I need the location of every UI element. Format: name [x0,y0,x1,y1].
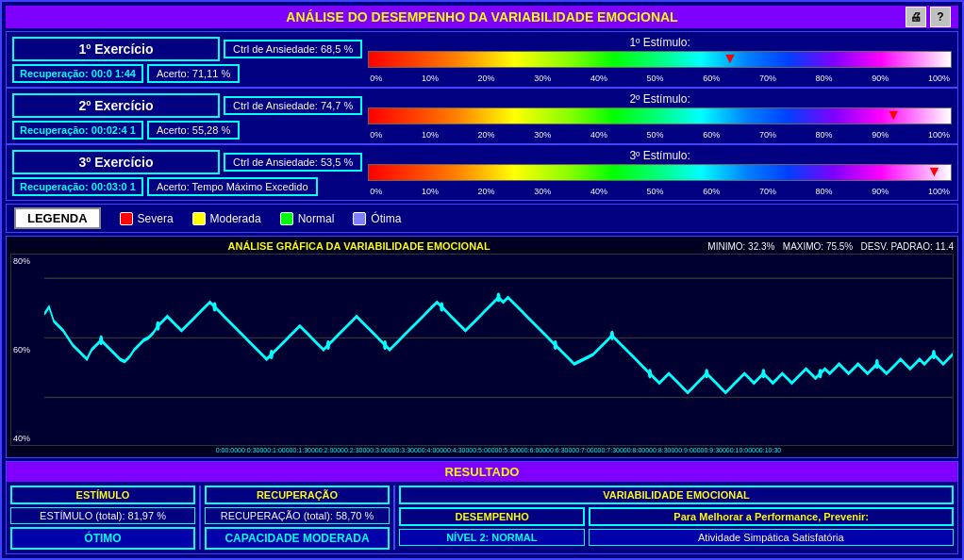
svg-point-3 [99,336,103,345]
svg-point-10 [496,292,500,302]
chart-x-labels: 0:00:0000:0:30000:1:00000:1:30000:2:0000… [10,447,954,453]
exercise-detail-row-2: Recuperação: 00:02:4 1 Acerto: 55,28 % [12,121,362,140]
color-bar-container-2: ▼ [368,107,952,128]
exercise-title-row-1: 1º Exercício Ctrl de Ansiedade: 68,5 % [12,37,362,61]
exercise-title-row-2: 2º Exercício Ctrl de Ansiedade: 74,7 % [12,93,362,118]
header: ANÁLISE DO DESEMPENHO DA VARIABILIDADE E… [6,6,958,28]
exercise-detail-row-1: Recuperação: 00:0 1:44 Acerto: 71,11 % [12,64,362,83]
recovery-box-2: Recuperação: 00:02:4 1 [12,121,143,140]
legend-dot-2 [280,212,293,225]
bar-labels-3: 0%10%20%30%40%50%60%70%80%90%100% [368,187,952,196]
marker-3: ▼ [927,164,942,179]
recovery-box-1: Recuperação: 00:0 1:44 [12,64,143,83]
color-bar-container-3: ▼ [368,164,952,185]
stimulus-title-3: 3º Estímulo: [368,149,952,162]
main-container: ANÁLISE DO DESEMPENHO DA VARIABILIDADE E… [0,0,964,560]
stimulus-title-2: 2º Estímulo: [368,92,952,106]
svg-point-7 [326,340,330,350]
result-body: ESTÍMULO ESTÍMULO (total): 81,97 % ÓTIMO… [7,482,957,553]
result-nivel-value: NÍVEL 2: NORMAL [399,529,585,546]
svg-point-17 [875,359,879,369]
svg-point-12 [610,331,614,340]
separator1 [199,486,201,550]
result-variab-title: VARIABILIDADE EMOCIONAL [399,486,954,504]
result-estimulo-title: ESTÍMULO [10,486,195,504]
legend-title: LEGENDA [14,207,101,229]
result-recuperacao-title: RECUPERAÇÃO [205,486,390,504]
legend-label-3: Ótima [371,212,401,225]
exercise-row-2: 2º Exercício Ctrl de Ansiedade: 74,7 % R… [6,88,958,144]
svg-point-9 [440,303,443,312]
result-recuperacao-col: RECUPERAÇÃO RECUPERAÇÃO (total): 58,70 %… [205,486,390,550]
exercise-left-1: 1º Exercício Ctrl de Ansiedade: 68,5 % R… [12,37,362,83]
color-bar-1 [368,51,952,68]
legend-dot-1 [192,212,206,225]
exercise-left-2: 2º Exercício Ctrl de Ansiedade: 74,7 % R… [12,93,362,140]
exercise-left-3: 3º Exercício Ctrl de Ansiedade: 53,5 % R… [12,150,362,196]
result-variab-row1: DESEMPENHO Para Melhorar a Performance, … [399,507,954,526]
svg-point-6 [270,350,274,359]
svg-point-15 [761,369,765,378]
ctrl-box-2: Ctrl de Ansiedade: 74,7 % [224,96,362,115]
header-icons: 🖨 ? [906,7,951,27]
exercise-title-btn-2[interactable]: 2º Exercício [12,93,220,118]
color-bar-3 [368,164,952,181]
print-icon[interactable]: 🖨 [906,7,926,27]
header-title: ANÁLISE DO DESEMPENHO DA VARIABILIDADE E… [286,9,677,25]
bar-labels-2: 0%10%20%30%40%50%60%70%80%90%100% [368,130,952,140]
chart-y-labels: 80% 60% 40% [11,255,44,445]
svg-point-4 [156,321,159,331]
stimulus-title-1: 1º Estímulo: [368,36,952,49]
color-bar-container-1: ▼ [368,51,952,72]
chart-area: 80% 60% 40% [10,254,954,446]
legend-label-2: Normal [298,212,335,225]
ctrl-box-3: Ctrl de Ansiedade: 53,5 % [224,153,362,172]
result-estimulo-col: ESTÍMULO ESTÍMULO (total): 81,97 % ÓTIMO [10,486,195,550]
svg-point-8 [383,340,387,350]
legend-section: LEGENDA Severa Moderada Normal Ótima [6,204,958,233]
svg-point-11 [554,340,557,350]
exercise-right-2: 2º Estímulo: ▼ 0%10%20%30%40%50%60%70%80… [368,92,952,140]
acerto-box-2: Acerto: 55,28 % [147,121,240,140]
svg-point-13 [648,369,652,378]
ctrl-box-1: Ctrl de Ansiedade: 68,5 % [224,40,362,58]
bar-labels-1: 0%10%20%30%40%50%60%70%80%90%100% [368,74,952,83]
result-header: RESULTADO [7,462,957,482]
color-bar-2 [368,107,952,124]
separator2 [393,486,395,550]
legend-label-1: Moderada [210,212,261,225]
result-desempenho-label: DESEMPENHO [399,507,585,526]
legend-dot-3 [353,212,366,225]
svg-point-18 [932,350,936,359]
legend-label-0: Severa [138,212,174,225]
exercise-title-btn-1[interactable]: 1º Exercício [12,37,220,61]
legend-items: Severa Moderada Normal Ótima [120,212,402,225]
legend-item-3: Ótima [353,212,401,225]
legend-item-1: Moderada [192,212,261,225]
acerto-box-1: Acerto: 71,11 % [147,64,240,83]
chart-section: ANÁLISE GRÁFICA DA VARIABILIDADE EMOCION… [6,236,958,458]
result-variab-row2: NÍVEL 2: NORMAL Atividade Simpática Sati… [399,529,954,546]
result-atividade-value: Atividade Simpática Satisfatória [589,529,954,546]
exercise-title-btn-3[interactable]: 3º Exercício [12,150,220,174]
acerto-box-3: Acerto: Tempo Máximo Excedido [147,177,318,196]
svg-point-16 [819,369,823,378]
result-estimulo-total: ESTÍMULO (total): 81,97 % [10,507,195,524]
exercise-title-row-3: 3º Exercício Ctrl de Ansiedade: 53,5 % [12,150,362,174]
exercise-right-1: 1º Estímulo: ▼ 0%10%20%30%40%50%60%70%80… [368,36,952,83]
result-recuperacao-badge: CAPACIDADE MODERADA [205,527,390,550]
svg-point-5 [213,303,217,312]
result-prevenir-label: Para Melhorar a Performance, Prevenir: [589,507,954,526]
exercises-container: 1º Exercício Ctrl de Ansiedade: 68,5 % R… [6,31,958,201]
result-estimulo-badge: ÓTIMO [10,527,195,550]
exercise-row-3: 3º Exercício Ctrl de Ansiedade: 53,5 % R… [6,144,958,201]
chart-header: ANÁLISE GRÁFICA DA VARIABILIDADE EMOCION… [10,240,954,252]
chart-stats: MINIMO: 32.3% MAXIMO: 75.5% DESV. PADRAO… [707,241,954,252]
marker-1: ▼ [723,51,738,66]
exercise-detail-row-3: Recuperação: 00:03:0 1 Acerto: Tempo Máx… [12,177,362,196]
chart-svg [44,255,953,445]
help-icon[interactable]: ? [930,7,951,27]
exercise-right-3: 3º Estímulo: ▼ 0%10%20%30%40%50%60%70%80… [368,149,952,196]
legend-item-2: Normal [280,212,335,225]
result-recuperacao-total: RECUPERAÇÃO (total): 58,70 % [205,507,390,524]
